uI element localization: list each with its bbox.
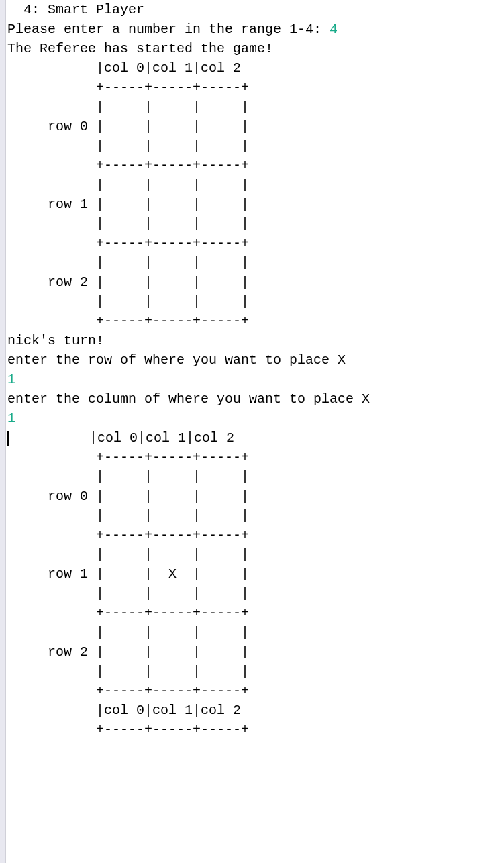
terminal-line: enter the row of where you want to place… — [7, 350, 370, 370]
terminal-line: | | | | — [7, 292, 370, 311]
terminal-line: |col 0|col 1|col 2 — [7, 58, 370, 78]
terminal-line: | | | | — [7, 253, 370, 272]
terminal-line: | | | | — [7, 662, 370, 681]
output-text: row 2 | | | | — [7, 274, 249, 290]
terminal-line: | | | | — [7, 584, 370, 603]
terminal-line: | | | | — [7, 175, 370, 195]
output-text: +-----+-----+-----+ — [7, 527, 249, 543]
output-text: | | | | — [7, 216, 249, 232]
output-text: +-----+-----+-----+ — [7, 683, 249, 699]
output-text: | | | | — [7, 255, 249, 270]
output-text: The Referee has started the game! — [7, 41, 273, 56]
output-text: 4: Smart Player — [7, 2, 144, 17]
terminal-line: row 1 | | | | — [7, 195, 370, 214]
output-text: | | | | — [7, 508, 249, 523]
output-text: |col 0|col 1|col 2 — [7, 60, 241, 76]
user-input-text: 4 — [330, 21, 338, 37]
output-text: nick's turn! — [7, 333, 104, 348]
terminal-line: row 2 | | | | — [7, 272, 370, 292]
output-text: row 0 | | | | — [7, 119, 249, 134]
terminal-line: 4: Smart Player — [7, 0, 370, 19]
output-text: | | | | — [7, 294, 249, 309]
output-text: row 1 | | | | — [7, 197, 249, 212]
output-text: row 0 | | | | — [7, 489, 249, 504]
terminal-line: | | | | — [7, 506, 370, 525]
terminal-line: +-----+-----+-----+ — [7, 720, 370, 740]
output-text: enter the column of where you want to pl… — [7, 391, 370, 407]
terminal-line: +-----+-----+-----+ — [7, 448, 370, 467]
terminal-line: row 0 | | | | — [7, 487, 370, 506]
output-text: +-----+-----+-----+ — [7, 313, 249, 329]
terminal-line: 1 — [7, 370, 370, 389]
output-text: | | | | — [7, 138, 249, 154]
terminal-line: | | | | — [7, 97, 370, 117]
user-input-text: 1 — [7, 372, 15, 387]
output-text: +-----+-----+-----+ — [7, 722, 249, 738]
terminal-line: Please enter a number in the range 1-4: … — [7, 19, 370, 39]
terminal-line: +-----+-----+-----+ — [7, 78, 370, 97]
terminal-line: +-----+-----+-----+ — [7, 234, 370, 253]
output-text: | | | | — [7, 586, 249, 601]
terminal-line: 1 — [7, 409, 370, 428]
output-text: +-----+-----+-----+ — [7, 158, 249, 173]
terminal-line: row 0 | | | | — [7, 117, 370, 136]
terminal-line: enter the column of where you want to pl… — [7, 389, 370, 409]
terminal-line: +-----+-----+-----+ — [7, 681, 370, 701]
terminal-line: +-----+-----+-----+ — [7, 525, 370, 545]
terminal-line: | | | | — [7, 623, 370, 642]
terminal-line: |col 0|col 1|col 2 — [7, 701, 370, 720]
output-text: Please enter a number in the range 1-4: — [7, 21, 330, 37]
terminal-line: |col 0|col 1|col 2 — [7, 428, 370, 448]
output-text: | | | | — [7, 99, 249, 115]
terminal-line: | | | | — [7, 136, 370, 156]
output-text: |col 0|col 1|col 2 — [7, 703, 241, 718]
editor-gutter — [0, 0, 6, 863]
terminal-line: row 1 | | X | | — [7, 564, 370, 584]
terminal-line: The Referee has started the game! — [7, 39, 370, 58]
terminal-line: nick's turn! — [7, 331, 370, 350]
output-text: | | | | — [7, 625, 249, 640]
terminal-line: +-----+-----+-----+ — [7, 311, 370, 331]
output-text: +-----+-----+-----+ — [7, 80, 249, 95]
output-text: row 1 | | X | | — [7, 566, 249, 582]
terminal-line: row 2 | | | | — [7, 642, 370, 662]
output-text: +-----+-----+-----+ — [7, 450, 249, 465]
output-text: +-----+-----+-----+ — [7, 605, 249, 621]
output-text: | | | | — [7, 177, 249, 193]
output-text: | | | | — [7, 469, 249, 485]
output-text: row 2 | | | | — [7, 644, 249, 660]
output-text: +-----+-----+-----+ — [7, 236, 249, 251]
output-text: |col 0|col 1|col 2 — [9, 430, 234, 446]
terminal-line: | | | | — [7, 545, 370, 564]
terminal-line: +-----+-----+-----+ — [7, 603, 370, 623]
output-text: | | | | — [7, 664, 249, 679]
terminal-output[interactable]: 4: Smart PlayerPlease enter a number in … — [6, 0, 372, 863]
terminal-line: +-----+-----+-----+ — [7, 156, 370, 175]
output-text: enter the row of where you want to place… — [7, 352, 346, 368]
output-text: | | | | — [7, 547, 249, 562]
user-input-text: 1 — [7, 411, 15, 426]
terminal-line: | | | | — [7, 467, 370, 487]
terminal-line: | | | | — [7, 214, 370, 234]
